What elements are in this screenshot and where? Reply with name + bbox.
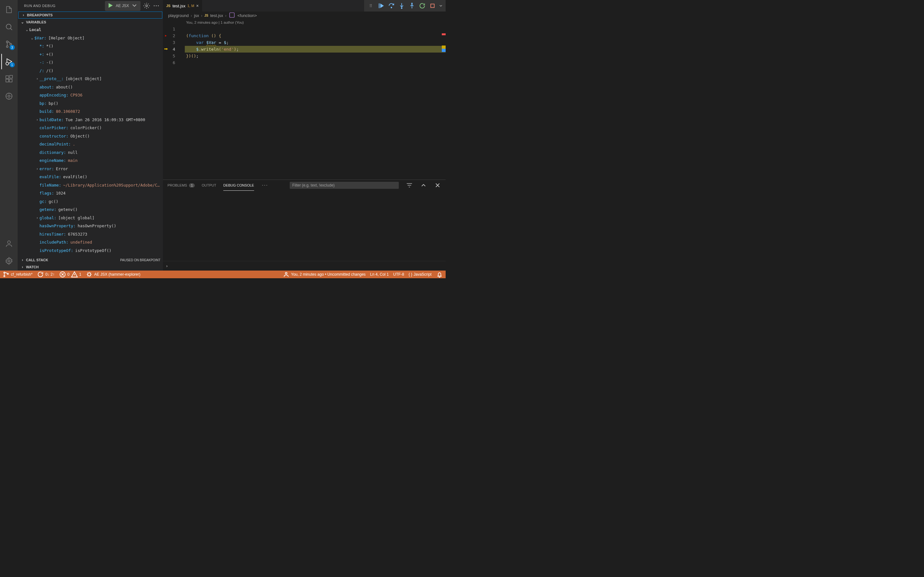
variable-row[interactable]: ›__proto__:[object Object] bbox=[18, 75, 163, 83]
continue-icon[interactable] bbox=[377, 2, 385, 9]
chevron-down-icon: ⌄ bbox=[20, 20, 25, 24]
overview-ruler[interactable] bbox=[441, 26, 446, 179]
variable-row[interactable]: colorPicker:colorPicker() bbox=[18, 124, 163, 132]
chevron-right-icon: › bbox=[35, 116, 39, 124]
variable-row[interactable]: getenv:getenv() bbox=[18, 205, 163, 214]
variable-row[interactable]: fileName:~/Library/Application%20Support… bbox=[18, 181, 163, 189]
more-icon[interactable] bbox=[153, 2, 160, 9]
step-out-icon[interactable] bbox=[408, 2, 416, 9]
chevron-down-icon[interactable] bbox=[131, 2, 138, 10]
variable-row[interactable]: bp:bp() bbox=[18, 99, 163, 108]
variable-row[interactable]: ›error:Error bbox=[18, 165, 163, 173]
debug-config-select[interactable]: AE JSX bbox=[105, 1, 141, 11]
js-file-icon: JS bbox=[204, 14, 208, 17]
status-branch[interactable]: cf_refurbish* bbox=[3, 271, 32, 278]
variable-row[interactable]: +:+() bbox=[18, 50, 163, 59]
variable-row[interactable]: hasOwnProperty:hasOwnProperty() bbox=[18, 222, 163, 230]
debug-console-input[interactable]: › bbox=[163, 261, 446, 271]
gitlens-codelens[interactable]: You, 2 minutes ago | 1 author (You) bbox=[163, 19, 446, 26]
gitlens-icon[interactable] bbox=[1, 89, 17, 104]
variable-row[interactable]: flags:1024 bbox=[18, 189, 163, 197]
variable-row[interactable]: decimalPoint:. bbox=[18, 140, 163, 148]
crumb-folder[interactable]: playground bbox=[168, 13, 189, 18]
code-editor[interactable]: 1 ▶2 (function () { 3 var $Var = $; ⮕4 $… bbox=[163, 26, 446, 179]
variable-row[interactable]: engineName:main bbox=[18, 156, 163, 165]
more-icon[interactable] bbox=[261, 182, 268, 189]
status-debug-target[interactable]: AE JSX (hammer-explorer) bbox=[86, 271, 140, 278]
variable-row[interactable]: hiresTimer:67653273 bbox=[18, 230, 163, 239]
filter-input[interactable] bbox=[290, 182, 399, 189]
crumb-file[interactable]: test.jsx bbox=[210, 13, 223, 18]
source-control-icon[interactable]: 3 bbox=[1, 37, 17, 52]
gear-icon[interactable] bbox=[143, 2, 150, 9]
status-bell-icon[interactable] bbox=[436, 271, 443, 278]
settings-icon[interactable] bbox=[1, 253, 17, 269]
tab-debug-console[interactable]: DEBUG CONSOLE bbox=[223, 180, 254, 191]
explorer-icon[interactable] bbox=[1, 2, 17, 17]
variable-row[interactable]: about:about() bbox=[18, 83, 163, 91]
variable-row[interactable]: dictionary:null bbox=[18, 148, 163, 157]
tab-test-jsx[interactable]: JS test.jsx 1, M × bbox=[163, 0, 202, 11]
crumb-folder[interactable]: jsx bbox=[194, 13, 199, 18]
grip-icon[interactable]: ⠿ bbox=[367, 2, 375, 9]
chevron-down-icon[interactable] bbox=[439, 2, 443, 9]
step-into-icon[interactable] bbox=[397, 2, 406, 9]
svg-rect-5 bbox=[6, 76, 9, 79]
var-key: $Var: bbox=[34, 34, 47, 42]
close-icon[interactable]: × bbox=[196, 3, 199, 8]
run-debug-icon[interactable]: 1 bbox=[1, 54, 17, 69]
tab-problems[interactable]: PROBLEMS 1 bbox=[168, 180, 195, 191]
var-key: buildDate: bbox=[39, 116, 63, 124]
svg-point-31 bbox=[285, 272, 287, 274]
crumb-symbol[interactable]: <function> bbox=[237, 13, 257, 18]
accounts-icon[interactable] bbox=[1, 236, 17, 251]
variable-row[interactable]: isPrototypeOf:isPrototypeOf() bbox=[18, 247, 163, 255]
extensions-icon[interactable] bbox=[1, 71, 17, 87]
svg-point-19 bbox=[401, 8, 402, 9]
tab-output[interactable]: OUTPUT bbox=[202, 180, 216, 191]
var-val: 1024 bbox=[56, 189, 65, 197]
status-language[interactable]: { } JavaScript bbox=[409, 272, 431, 277]
step-over-icon[interactable] bbox=[387, 2, 396, 9]
variable-row[interactable]: /:/() bbox=[18, 67, 163, 75]
variable-row[interactable]: build:80.1060872 bbox=[18, 107, 163, 116]
search-icon[interactable] bbox=[1, 19, 17, 35]
variable-row[interactable]: gc:gc() bbox=[18, 197, 163, 206]
restart-icon[interactable] bbox=[418, 2, 426, 9]
variable-row[interactable]: -:-() bbox=[18, 58, 163, 67]
status-blame[interactable]: You, 2 minutes ago • Uncommitted changes bbox=[283, 271, 366, 278]
var-val: Object() bbox=[70, 132, 89, 140]
status-problems[interactable]: 0 1 bbox=[59, 271, 81, 278]
variables-label: VARIABLES bbox=[26, 20, 46, 24]
close-icon[interactable] bbox=[434, 182, 441, 189]
var-key: getenv: bbox=[39, 205, 57, 214]
variable-row[interactable]: ›global:[object global] bbox=[18, 214, 163, 222]
status-sync[interactable]: 0↓ 2↑ bbox=[37, 271, 55, 278]
breakpoints-section[interactable]: › BREAKPOINTS bbox=[18, 11, 162, 19]
chevron-up-icon[interactable] bbox=[420, 182, 427, 189]
variable-row[interactable]: ›buildDate:Tue Jan 26 2016 16:09:33 GMT+… bbox=[18, 116, 163, 124]
scope-local[interactable]: ⌄ Local bbox=[18, 26, 163, 34]
chevron-down-icon: ⌄ bbox=[25, 26, 29, 34]
breadcrumb[interactable]: playground › jsx › JS test.jsx › <functi… bbox=[163, 11, 446, 19]
status-encoding[interactable]: UTF-8 bbox=[393, 272, 404, 277]
filter-icon[interactable] bbox=[406, 182, 413, 189]
stop-icon[interactable] bbox=[428, 2, 437, 9]
debug-console-body[interactable] bbox=[163, 191, 446, 261]
variable-row[interactable]: constructor:Object() bbox=[18, 132, 163, 140]
variable-row[interactable]: includePath:undefined bbox=[18, 238, 163, 247]
variables-section[interactable]: ⌄ VARIABLES bbox=[18, 19, 163, 26]
var-key: -: bbox=[39, 58, 44, 67]
callstack-section[interactable]: › CALL STACK PAUSED ON BREAKPOINT bbox=[18, 256, 163, 263]
variable-row[interactable]: evalFile:evalFile() bbox=[18, 173, 163, 181]
var-val: evalFile() bbox=[63, 173, 87, 181]
start-debug-icon[interactable] bbox=[107, 2, 114, 10]
variable-row[interactable]: appEncoding:CP936 bbox=[18, 91, 163, 99]
variable-row[interactable]: *:*() bbox=[18, 42, 163, 50]
language: JavaScript bbox=[414, 272, 431, 277]
status-position[interactable]: Ln 4, Col 1 bbox=[370, 272, 389, 277]
variables-body[interactable]: ⌄ Local ⌄ $Var: [Helper Object] *:*()+:+… bbox=[18, 26, 163, 256]
var-header[interactable]: ⌄ $Var: [Helper Object] bbox=[18, 34, 163, 42]
chevron-right-icon: › bbox=[20, 258, 25, 262]
watch-section[interactable]: › WATCH bbox=[18, 263, 163, 271]
